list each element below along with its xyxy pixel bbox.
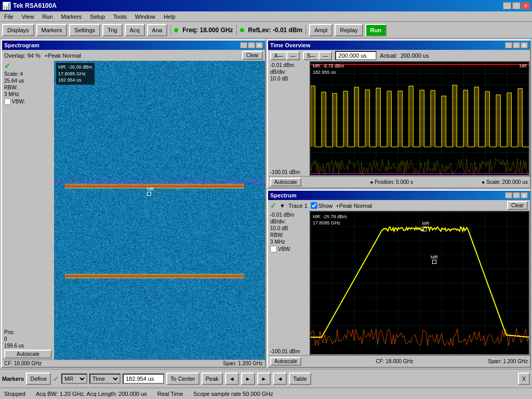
peak-button[interactable]: Peak bbox=[202, 373, 223, 385]
markers-close-button[interactable]: X bbox=[518, 373, 530, 385]
sp-rbw-label: RBW: bbox=[270, 232, 308, 238]
maximize-btn[interactable]: □ bbox=[512, 2, 521, 9]
sp-check: ✓ bbox=[270, 202, 276, 210]
run-button[interactable]: Run bbox=[365, 24, 387, 36]
time-overview-title-buttons[interactable]: _ □ X bbox=[505, 42, 528, 48]
sp-autoscale-button[interactable]: Autoscale bbox=[270, 357, 301, 366]
menu-window[interactable]: Window bbox=[131, 12, 159, 21]
spectrum-title-buttons[interactable]: _ □ X bbox=[505, 192, 528, 198]
time-value-input[interactable] bbox=[123, 374, 164, 384]
spec-close[interactable]: X bbox=[256, 42, 263, 48]
spec-left-panel: ✓ Scale: 4 25.64 us RBW: 3 MHz VBW: Pos:… bbox=[2, 61, 54, 360]
sp-vbw-text: VBW: bbox=[278, 246, 291, 252]
sp-minimize[interactable]: _ bbox=[505, 192, 512, 198]
to-time-input[interactable] bbox=[335, 51, 377, 60]
menu-markers[interactable]: Markers bbox=[57, 12, 86, 21]
spec-content: ✓ Scale: 4 25.64 us RBW: 3 MHz VBW: Pos:… bbox=[2, 61, 265, 360]
define-button[interactable]: Define bbox=[26, 373, 51, 385]
markers-bar: Markers Define ✓ MR Time To Center Peak … bbox=[0, 369, 532, 388]
sp-maximize[interactable]: □ bbox=[513, 192, 520, 198]
acq-button[interactable]: Acq bbox=[125, 24, 145, 36]
spec-mr-box bbox=[147, 192, 151, 196]
to-actual-value: 200.000 us bbox=[401, 52, 429, 59]
green-dot-2 bbox=[240, 28, 244, 32]
spec-mr-label: MR bbox=[147, 187, 154, 192]
spectrum-title: Spectrum bbox=[270, 192, 297, 198]
sp-dbdiv-value: 10.0 dB bbox=[270, 225, 308, 231]
sp-trace-label: Trace 1 bbox=[288, 203, 308, 209]
markers-button[interactable]: Markers bbox=[36, 24, 68, 36]
time-overview-canvas bbox=[311, 62, 529, 175]
right-arrow-button[interactable]: ► bbox=[241, 373, 255, 385]
spectrogram-title-buttons[interactable]: _ □ X bbox=[240, 42, 263, 48]
ampl-button[interactable]: Ampl bbox=[309, 24, 332, 36]
app-title: Tek RSA6100A bbox=[13, 2, 57, 9]
spec-toolbar: Overlap: 94 % +Peak Normal Clear bbox=[2, 50, 265, 61]
to-close[interactable]: X bbox=[521, 42, 528, 48]
separator2 bbox=[236, 25, 237, 35]
scope-sample-text: Scope sample rate 50.000 GHz bbox=[193, 391, 273, 397]
to-plot-area: MR: -9.78 dBm182.955 us MR bbox=[310, 61, 530, 176]
spec-clear-button[interactable]: Clear bbox=[242, 51, 263, 60]
green-dot-1 bbox=[174, 28, 178, 32]
to-b-button[interactable]: — bbox=[286, 51, 300, 60]
main-area: Spectrogram _ □ X Overlap: 94 % +Peak No… bbox=[0, 38, 532, 369]
title-bar-buttons[interactable]: _ □ X bbox=[503, 2, 530, 9]
menu-setup[interactable]: Setup bbox=[86, 12, 109, 21]
time-dropdown[interactable]: Time bbox=[89, 374, 121, 384]
to-autoscale-button[interactable]: Autoscale bbox=[270, 178, 301, 187]
sp-cf-label: CF: 18.000 GHz bbox=[376, 358, 413, 364]
right-arrow2-button[interactable]: ► bbox=[257, 373, 271, 385]
spectrogram-window: Spectrogram _ □ X Overlap: 94 % +Peak No… bbox=[1, 39, 266, 368]
to-minimize[interactable]: _ bbox=[505, 42, 512, 48]
to-dbdiv-value: 10.0 dB bbox=[270, 76, 308, 82]
displays-button[interactable]: Displays bbox=[2, 24, 34, 36]
time-label: 25.64 us bbox=[4, 78, 52, 84]
settings-button[interactable]: Settings bbox=[69, 24, 100, 36]
spec-maximize[interactable]: □ bbox=[248, 42, 255, 48]
sp-dbdiv-label: dB/div: bbox=[270, 219, 308, 224]
ana-button[interactable]: Ana bbox=[147, 24, 168, 36]
vbw-checkbox[interactable] bbox=[4, 98, 11, 105]
time-overview-title-bar: Time Overview _ □ X bbox=[268, 41, 530, 50]
mr-dropdown[interactable]: MR bbox=[61, 374, 87, 384]
minimize-btn[interactable]: _ bbox=[503, 2, 511, 9]
vbw-check-label: VBW: bbox=[4, 98, 52, 105]
status-bar: Stopped Acq BW: 1.20 GHz, Acq Length: 20… bbox=[0, 388, 532, 399]
sp-clear-button[interactable]: Clear bbox=[507, 201, 528, 210]
left-arrow2-button[interactable]: ◄ bbox=[273, 373, 287, 385]
to-a-button[interactable]: A— bbox=[270, 51, 286, 60]
sp-peak-normal: +Peak Normal bbox=[336, 203, 372, 209]
markers-check: ✓ bbox=[53, 375, 59, 383]
menu-tools[interactable]: Tools bbox=[109, 12, 131, 21]
table-button[interactable]: Table bbox=[289, 373, 311, 385]
to-scale-label: ● Scale: 200.000 us bbox=[482, 179, 528, 185]
menu-file[interactable]: File bbox=[0, 12, 18, 21]
to-min-reflev: -100.01 dBm bbox=[270, 169, 308, 175]
left-arrow-button[interactable]: ◄ bbox=[225, 373, 239, 385]
sp-show-checkbox[interactable] bbox=[311, 202, 317, 209]
trig-button[interactable]: Trig bbox=[102, 24, 123, 36]
sp-close[interactable]: X bbox=[521, 192, 528, 198]
to-ab-buttons[interactable]: A— — bbox=[270, 51, 300, 60]
to-s-button[interactable]: S— bbox=[303, 51, 319, 60]
status-text: Stopped bbox=[4, 391, 25, 397]
to-maximize[interactable]: □ bbox=[513, 42, 520, 48]
menu-help[interactable]: Help bbox=[159, 12, 180, 21]
pos-value2: 199.6 us bbox=[4, 343, 52, 349]
replay-button[interactable]: Replay bbox=[335, 24, 363, 36]
to-actual-label: Actual: bbox=[380, 52, 397, 59]
to-s-buttons[interactable]: S— — bbox=[303, 51, 332, 60]
sp-vbw-checkbox[interactable] bbox=[270, 246, 277, 252]
sp-left-panel: -0.01 dBm dB/div: 10.0 dB RBW: 3 MHz VBW… bbox=[268, 211, 310, 355]
to-s2-button[interactable]: — bbox=[318, 51, 332, 60]
to-reflev: -0.01 dBm bbox=[270, 62, 308, 68]
to-center-button[interactable]: To Center bbox=[166, 373, 200, 385]
spec-minimize[interactable]: _ bbox=[240, 42, 247, 48]
menu-run[interactable]: Run bbox=[38, 12, 57, 21]
close-btn[interactable]: X bbox=[522, 2, 530, 9]
spec-autoscale-button[interactable]: Autoscale bbox=[4, 350, 52, 358]
menu-view[interactable]: View bbox=[18, 12, 38, 21]
spec-span-label: Span: 1.200 GHz bbox=[223, 361, 263, 366]
toolbar: Displays Markers Settings Trig Acq Ana F… bbox=[0, 22, 532, 38]
